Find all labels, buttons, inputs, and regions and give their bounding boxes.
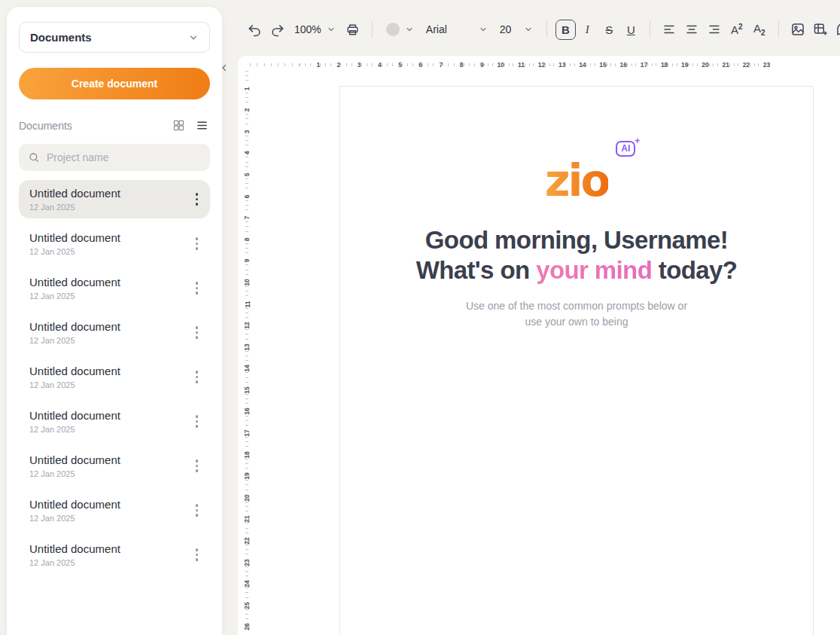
- print-button[interactable]: [342, 19, 364, 40]
- comment-icon: [835, 22, 840, 37]
- document-item-menu-button[interactable]: [188, 322, 206, 343]
- document-item-menu-button[interactable]: [188, 411, 206, 432]
- list-view-icon: [196, 119, 208, 132]
- image-icon: [790, 22, 805, 37]
- undo-icon: [248, 23, 262, 37]
- insert-table-icon: [813, 22, 828, 37]
- insert-table-button[interactable]: [810, 19, 831, 40]
- search-box: [19, 144, 210, 171]
- document-list-item[interactable]: Untitled document 12 Jan 2025: [19, 358, 210, 396]
- chevron-left-icon: [219, 61, 230, 75]
- document-date: 12 Jan 2025: [29, 292, 120, 301]
- superscript-button[interactable]: A2: [726, 19, 747, 40]
- document-list-item[interactable]: Untitled document 12 Jan 2025: [19, 447, 210, 485]
- document-item-menu-button[interactable]: [188, 188, 206, 210]
- document-date: 12 Jan 2025: [29, 469, 120, 478]
- font-family-select[interactable]: Arial: [421, 23, 493, 35]
- document-list-item[interactable]: Untitled document 12 Jan 2025: [19, 313, 210, 352]
- align-left-button[interactable]: [659, 19, 680, 40]
- document-item-menu-button[interactable]: [188, 455, 206, 477]
- chevron-down-icon: [405, 25, 414, 34]
- greeting-highlight: your mind: [536, 256, 652, 284]
- ai-badge-plus-icon: +: [635, 136, 640, 146]
- greeting-heading: Good morning, Username! What's on your m…: [340, 225, 813, 286]
- subscript-button[interactable]: A2: [749, 19, 770, 40]
- document-item-menu-button[interactable]: [188, 366, 206, 388]
- document-title: Untitled document: [29, 320, 120, 333]
- underline-button[interactable]: U: [621, 20, 641, 40]
- document-list-item[interactable]: Untitled document 12 Jan 2025: [19, 536, 210, 574]
- text-color-select[interactable]: [381, 23, 419, 36]
- document-title: Untitled document: [29, 542, 120, 555]
- search-input[interactable]: [47, 151, 201, 163]
- document-date: 12 Jan 2025: [29, 558, 120, 567]
- grid-view-icon: [172, 119, 185, 132]
- align-right-button[interactable]: [704, 19, 725, 40]
- zoom-value: 100%: [294, 23, 321, 35]
- undo-button[interactable]: [244, 19, 265, 40]
- list-view-button[interactable]: [194, 118, 210, 133]
- ruler-vertical: 1234567891011121314151617181920212223242…: [242, 71, 252, 635]
- superscript-label: A: [731, 23, 738, 36]
- document-item-menu-button[interactable]: [188, 544, 206, 566]
- main-area: 100% Arial 20 B I S U: [229, 0, 840, 635]
- chevron-down-icon: [524, 25, 533, 34]
- grid-view-button[interactable]: [171, 118, 187, 133]
- document-list-item[interactable]: Untitled document 12 Jan 2025: [19, 402, 210, 441]
- document-page[interactable]: zio AI + Good morning, Username! What's …: [339, 86, 814, 635]
- ruler-horizontal: 1234567891011121314151617181920212223: [250, 60, 770, 70]
- document-list-item[interactable]: Untitled document 12 Jan 2025: [19, 224, 210, 263]
- document-title: Untitled document: [29, 276, 120, 288]
- redo-icon: [270, 23, 285, 37]
- toolbar-divider: [650, 21, 650, 38]
- document-list: Untitled document 12 Jan 2025 Untitled d…: [19, 180, 210, 574]
- chevron-down-icon: [479, 25, 488, 34]
- document-date: 12 Jan 2025: [29, 514, 120, 523]
- document-title: Untitled document: [29, 453, 120, 466]
- document-date: 12 Jan 2025: [29, 203, 120, 212]
- align-right-icon: [708, 23, 721, 36]
- align-left-icon: [662, 23, 676, 36]
- align-center-button[interactable]: [681, 19, 702, 40]
- document-date: 12 Jan 2025: [29, 247, 120, 256]
- font-size-value: 20: [500, 23, 512, 35]
- italic-button[interactable]: I: [577, 20, 598, 40]
- document-item-menu-button[interactable]: [188, 277, 206, 299]
- chevron-down-icon: [188, 32, 199, 43]
- document-list-item[interactable]: Untitled document 12 Jan 2025: [19, 269, 210, 307]
- document-item-menu-button[interactable]: [188, 499, 206, 521]
- redo-button[interactable]: [266, 19, 288, 40]
- document-list-header: Documents: [19, 118, 210, 133]
- subscript-mark: 2: [761, 29, 765, 37]
- zio-logo-text: zio: [545, 155, 609, 206]
- document-date: 12 Jan 2025: [29, 425, 120, 434]
- insert-image-button[interactable]: [787, 19, 808, 40]
- subscript-label: A: [753, 22, 761, 35]
- collection-selector[interactable]: Documents: [19, 22, 210, 53]
- color-swatch-icon: [386, 23, 400, 36]
- subtitle-line1: Use one of the most common prompts below…: [340, 298, 813, 315]
- document-list-item[interactable]: Untitled document 12 Jan 2025: [19, 180, 210, 218]
- zoom-select[interactable]: 100%: [289, 23, 341, 35]
- greeting-line2: What's on your mind today?: [340, 255, 813, 285]
- print-icon: [345, 23, 360, 37]
- greeting-line2-suffix: today?: [652, 256, 737, 284]
- chevron-down-icon: [327, 25, 336, 34]
- strikethrough-button[interactable]: S: [599, 20, 619, 40]
- collection-selector-label: Documents: [30, 31, 92, 44]
- font-size-select[interactable]: 20: [495, 23, 538, 35]
- subtitle-line2: use your own to being: [340, 314, 813, 331]
- document-date: 12 Jan 2025: [29, 380, 120, 389]
- greeting-subtitle: Use one of the most common prompts below…: [340, 298, 813, 331]
- sidebar: Documents Create document Documents Unti…: [6, 6, 223, 635]
- document-list-item[interactable]: Untitled document 12 Jan 2025: [19, 491, 210, 530]
- document-title: Untitled document: [29, 365, 120, 377]
- document-list-title: Documents: [19, 120, 72, 132]
- create-document-button[interactable]: Create document: [19, 68, 210, 99]
- comment-button[interactable]: [832, 19, 840, 40]
- superscript-mark: 2: [738, 23, 743, 31]
- ai-badge-label: AI: [621, 143, 630, 154]
- search-icon: [28, 151, 40, 163]
- document-item-menu-button[interactable]: [188, 233, 206, 255]
- bold-button[interactable]: B: [555, 20, 576, 40]
